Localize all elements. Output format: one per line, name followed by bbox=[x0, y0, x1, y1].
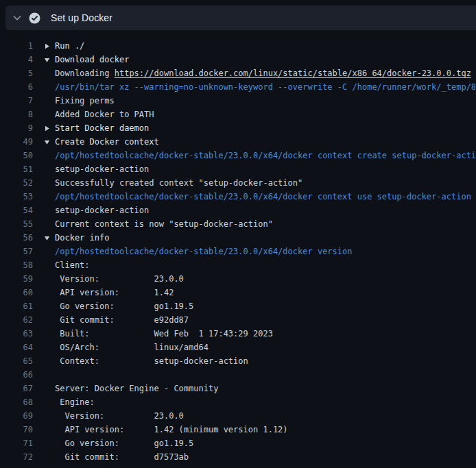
line-number-link[interactable]: 67 bbox=[0, 382, 33, 395]
log-group-row[interactable]: 9Start Docker daemon bbox=[0, 121, 476, 135]
group-label: Run ./ bbox=[55, 39, 84, 53]
check-circle-icon bbox=[29, 12, 40, 24]
log-line-content: setup-docker-action bbox=[44, 204, 149, 217]
log-line-content: Fixing perms bbox=[44, 94, 115, 108]
log-line-content: Current context is now "setup-docker-act… bbox=[44, 217, 273, 231]
log-text: Fixing perms bbox=[55, 94, 115, 108]
line-number-link[interactable]: 5 bbox=[0, 66, 33, 80]
log-row: 58Client: bbox=[0, 258, 476, 272]
log-text: Git commit: d7573ab bbox=[55, 450, 189, 464]
log-group-row[interactable]: 56Docker info bbox=[0, 231, 476, 245]
triangle-spacer bbox=[44, 94, 55, 108]
log-row: 51setup-docker-action bbox=[0, 162, 476, 176]
log-line-content bbox=[44, 368, 55, 382]
log-line-content: /opt/hostedtoolcache/docker-stable/23.0.… bbox=[44, 245, 352, 258]
triangle-spacer bbox=[44, 299, 55, 313]
group-toggle-triangle-icon[interactable] bbox=[44, 231, 55, 245]
line-number-link[interactable]: 59 bbox=[0, 272, 33, 286]
log-text: API version: 1.42 bbox=[55, 286, 174, 299]
log-row: 67Server: Docker Engine - Community bbox=[0, 382, 476, 395]
line-number-link[interactable]: 53 bbox=[0, 190, 33, 204]
line-number-link[interactable]: 49 bbox=[0, 135, 33, 149]
triangle-spacer bbox=[44, 423, 55, 436]
log-text: OS/Arch: linux/amd64 bbox=[55, 341, 209, 354]
log-line-content: Downloading https://download.docker.com/… bbox=[44, 66, 471, 80]
log-row: 59 Version: 23.0.0 bbox=[0, 272, 476, 286]
line-number-link[interactable]: 52 bbox=[0, 176, 33, 190]
line-number-link[interactable]: 60 bbox=[0, 286, 33, 299]
line-number-link[interactable]: 55 bbox=[0, 217, 33, 231]
line-number-link[interactable]: 1 bbox=[0, 39, 33, 53]
log-text: Built: Wed Feb 1 17:43:29 2023 bbox=[55, 327, 273, 341]
log-row: 63 Built: Wed Feb 1 17:43:29 2023 bbox=[0, 327, 476, 341]
log-line-content: Git commit: e92dd87 bbox=[44, 313, 189, 327]
line-number-link[interactable]: 50 bbox=[0, 149, 33, 162]
line-number-link[interactable]: 71 bbox=[0, 436, 33, 450]
log-line-content: Go version: go1.19.5 bbox=[44, 436, 193, 450]
triangle-spacer bbox=[44, 286, 55, 299]
log-group-row[interactable]: 1Run ./ bbox=[0, 39, 476, 53]
command-text: /opt/hostedtoolcache/docker-stable/23.0.… bbox=[55, 149, 476, 162]
triangle-spacer bbox=[44, 341, 55, 354]
line-number-link[interactable]: 61 bbox=[0, 299, 33, 313]
line-number-link[interactable]: 66 bbox=[0, 368, 33, 382]
log-text: Server: Docker Engine - Community bbox=[55, 382, 218, 395]
group-toggle-triangle-icon[interactable] bbox=[44, 135, 55, 149]
line-number-link[interactable]: 68 bbox=[0, 395, 33, 409]
download-url-link[interactable]: https://download.docker.com/linux/static… bbox=[115, 66, 471, 80]
chevron-down-icon[interactable] bbox=[12, 12, 23, 23]
log-line-content: Start Docker daemon bbox=[44, 121, 149, 135]
line-number-link[interactable]: 54 bbox=[0, 204, 33, 217]
line-number-link[interactable]: 58 bbox=[0, 258, 33, 272]
line-number-link[interactable]: 9 bbox=[0, 121, 33, 135]
line-number-link[interactable]: 4 bbox=[0, 53, 33, 66]
group-toggle-triangle-icon[interactable] bbox=[44, 39, 55, 53]
line-number-link[interactable]: 63 bbox=[0, 327, 33, 341]
triangle-spacer bbox=[44, 217, 55, 231]
triangle-spacer bbox=[44, 354, 55, 368]
line-number-link[interactable]: 8 bbox=[0, 108, 33, 121]
log-group-row[interactable]: 4Download docker bbox=[0, 53, 476, 66]
triangle-spacer bbox=[44, 327, 55, 341]
log-line-content: Version: 23.0.0 bbox=[44, 409, 184, 423]
log-text: Client: bbox=[55, 258, 90, 272]
line-number-link[interactable]: 7 bbox=[0, 94, 33, 108]
line-number-link[interactable]: 57 bbox=[0, 245, 33, 258]
line-number-link[interactable]: 6 bbox=[0, 80, 33, 94]
line-number-link[interactable]: 62 bbox=[0, 313, 33, 327]
triangle-spacer bbox=[44, 162, 55, 176]
line-number-link[interactable]: 69 bbox=[0, 409, 33, 423]
log-group-row[interactable]: 49Create Docker context bbox=[0, 135, 476, 149]
log-text: Engine: bbox=[55, 395, 95, 409]
triangle-spacer bbox=[44, 80, 55, 94]
step-title: Set up Docker bbox=[51, 12, 112, 23]
line-number-link[interactable]: 64 bbox=[0, 341, 33, 354]
line-number-link[interactable]: 65 bbox=[0, 354, 33, 368]
group-label: Create Docker context bbox=[55, 135, 159, 149]
log-line-content: API version: 1.42 (minimum version 1.12) bbox=[44, 423, 288, 436]
log-text: Version: 23.0.0 bbox=[55, 409, 184, 423]
triangle-spacer bbox=[44, 258, 55, 272]
log-line-content: /usr/bin/tar xz --warning=no-unknown-key… bbox=[44, 80, 476, 94]
log-row: 54setup-docker-action bbox=[0, 204, 476, 217]
log-row: 52Successfully created context "setup-do… bbox=[0, 176, 476, 190]
triangle-spacer bbox=[44, 272, 55, 286]
log-row: 53/opt/hostedtoolcache/docker-stable/23.… bbox=[0, 190, 476, 204]
log-line-content: Run ./ bbox=[44, 39, 84, 53]
line-number-link[interactable]: 51 bbox=[0, 162, 33, 176]
log-row: 72 Git commit: d7573ab bbox=[0, 450, 476, 464]
command-text: /usr/bin/tar xz --warning=no-unknown-key… bbox=[55, 80, 476, 94]
triangle-spacer bbox=[44, 149, 55, 162]
line-number-link[interactable]: 70 bbox=[0, 423, 33, 436]
log-text: Version: 23.0.0 bbox=[55, 272, 184, 286]
log-row: 6/usr/bin/tar xz --warning=no-unknown-ke… bbox=[0, 80, 476, 94]
log-row: 69 Version: 23.0.0 bbox=[0, 409, 476, 423]
step-header[interactable]: Set up Docker bbox=[5, 5, 476, 30]
group-toggle-triangle-icon[interactable] bbox=[44, 121, 55, 135]
triangle-spacer bbox=[44, 204, 55, 217]
group-toggle-triangle-icon[interactable] bbox=[44, 53, 55, 66]
line-number-link[interactable]: 56 bbox=[0, 231, 33, 245]
line-number-link[interactable]: 72 bbox=[0, 450, 33, 464]
log-row: 5Downloading https://download.docker.com… bbox=[0, 66, 476, 80]
log-line-content: Successfully created context "setup-dock… bbox=[44, 176, 302, 190]
